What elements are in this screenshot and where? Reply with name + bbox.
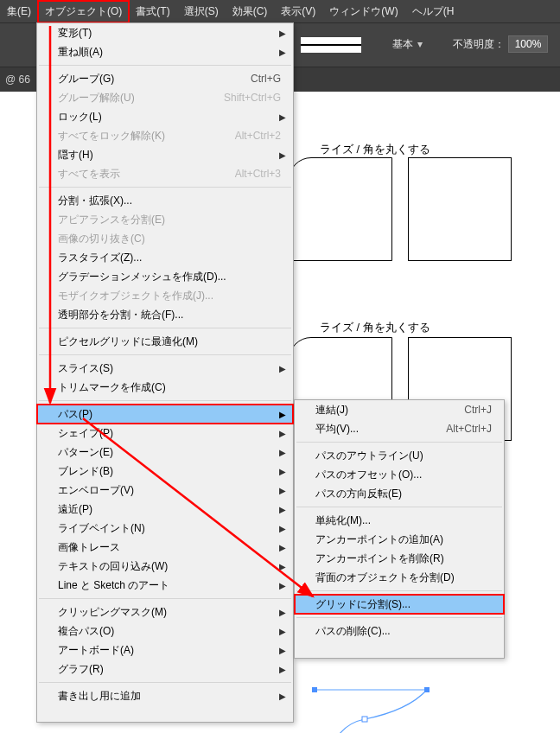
menu-view[interactable]: 表示(V) xyxy=(274,1,322,22)
svg-rect-0 xyxy=(312,687,317,692)
submenu-item-label: グリッドに分割(S)... xyxy=(315,597,410,612)
submenu-arrow-icon: ▶ xyxy=(279,410,286,419)
menu-item[interactable]: ラスタライズ(Z)... xyxy=(37,248,293,267)
submenu-item[interactable]: 背面のオブジェクトを分割(D) xyxy=(295,568,504,587)
menu-separator xyxy=(39,354,291,355)
menu-item[interactable]: グラフ(R)▶ xyxy=(37,660,293,679)
menu-item-label: ブレンド(B) xyxy=(58,464,113,479)
submenu-arrow-icon: ▶ xyxy=(279,692,286,701)
stroke-profile[interactable] xyxy=(301,37,361,53)
menu-format[interactable]: 書式(T) xyxy=(129,1,176,22)
tab-fragment[interactable]: @ 66 xyxy=(0,73,30,86)
menu-item-label: 遠近(P) xyxy=(58,502,92,517)
submenu-arrow-icon: ▶ xyxy=(279,48,286,57)
menu-item[interactable]: エンベロープ(V)▶ xyxy=(37,481,293,500)
submenu-item[interactable]: パスのアウトライン(U) xyxy=(295,446,504,465)
menu-item[interactable]: Line と Sketch のアート▶ xyxy=(37,576,293,595)
menu-item[interactable]: テキストの回り込み(W)▶ xyxy=(37,557,293,576)
submenu-arrow-icon: ▶ xyxy=(279,665,286,674)
menu-item: すべてを表示Alt+Ctrl+3 xyxy=(37,164,293,183)
menu-item[interactable]: ブレンド(B)▶ xyxy=(37,462,293,481)
rounded-rect-sample[interactable] xyxy=(289,157,392,261)
menu-item[interactable]: グループ(G)Ctrl+G xyxy=(37,69,293,88)
menu-select[interactable]: 選択(S) xyxy=(177,1,226,22)
menu-item[interactable]: 変形(T)▶ xyxy=(37,23,293,42)
menu-item-label: パス(P) xyxy=(58,407,92,422)
menu-item[interactable]: 隠す(H)▶ xyxy=(37,145,293,164)
menu-item[interactable]: パターン(E)▶ xyxy=(37,443,293,462)
submenu-arrow-icon: ▶ xyxy=(279,364,286,373)
section-title-2: ライズ / 角を丸くする xyxy=(320,320,430,335)
menu-item-label: ラスタライズ(Z)... xyxy=(58,251,142,265)
menu-edit[interactable]: 集(E) xyxy=(0,1,38,22)
menu-item[interactable]: スライス(S)▶ xyxy=(37,359,293,378)
menu-item-label: 画像トレース xyxy=(58,540,120,555)
menu-item-label: シェイプ(P) xyxy=(58,426,113,441)
chevron-down-icon[interactable]: ▾ xyxy=(415,35,425,53)
menu-effect[interactable]: 効果(C) xyxy=(226,1,275,22)
submenu-arrow-icon: ▶ xyxy=(279,486,286,495)
submenu-item-label: アンカーポイントの追加(A) xyxy=(315,532,443,547)
menu-shortcut: Ctrl+G xyxy=(251,73,281,85)
menu-item[interactable]: 透明部分を分割・統合(F)... xyxy=(37,305,293,324)
menu-item[interactable]: 遠近(P)▶ xyxy=(37,500,293,519)
menu-item[interactable]: 書き出し用に追加▶ xyxy=(37,686,293,705)
menu-item[interactable]: 画像トレース▶ xyxy=(37,538,293,557)
submenu-arrow-icon: ▶ xyxy=(279,608,286,617)
menu-item: すべてをロック解除(K)Alt+Ctrl+2 xyxy=(37,126,293,145)
submenu-arrow-icon: ▶ xyxy=(279,543,286,552)
submenu-item[interactable]: 平均(V)...Alt+Ctrl+J xyxy=(295,419,504,438)
menu-object[interactable]: オブジェクト(O) xyxy=(38,1,129,22)
menu-item-label: 書き出し用に追加 xyxy=(58,689,141,704)
submenu-item[interactable]: パスのオフセット(O)... xyxy=(295,465,504,484)
submenu-item[interactable]: グリッドに分割(S)... xyxy=(295,595,504,614)
menu-window[interactable]: ウィンドウ(W) xyxy=(322,1,404,22)
menu-item[interactable]: トリムマークを作成(C) xyxy=(37,378,293,397)
rect-sample[interactable] xyxy=(408,157,512,261)
submenu-item[interactable]: アンカーポイントの追加(A) xyxy=(295,530,504,549)
menu-item: モザイクオブジェクトを作成(J)... xyxy=(37,286,293,305)
menu-item-label: グラフ(R) xyxy=(58,662,104,677)
submenu-item[interactable]: 連結(J)Ctrl+J xyxy=(295,400,504,419)
menu-shortcut: Ctrl+J xyxy=(464,404,492,416)
menu-separator xyxy=(39,187,291,188)
submenu-item[interactable]: アンカーポイントを削除(R) xyxy=(295,549,504,568)
menu-shortcut: Alt+Ctrl+2 xyxy=(235,130,281,142)
menu-item[interactable]: アートボード(A)▶ xyxy=(37,641,293,660)
menu-item-label: 隠す(H) xyxy=(58,148,93,163)
menu-item-label: トリムマークを作成(C) xyxy=(58,380,166,395)
submenu-item-label: 背面のオブジェクトを分割(D) xyxy=(315,570,455,585)
menu-item[interactable]: パス(P)▶ xyxy=(37,405,293,424)
menu-help[interactable]: ヘルプ(H xyxy=(405,1,461,22)
menu-item[interactable]: クリッピングマスク(M)▶ xyxy=(37,602,293,621)
menu-shortcut: Alt+Ctrl+3 xyxy=(235,168,281,180)
menu-item-label: クリッピングマスク(M) xyxy=(58,605,167,620)
submenu-item[interactable]: パスの方向反転(E) xyxy=(295,484,504,503)
menu-item-label: パターン(E) xyxy=(58,445,113,460)
submenu-arrow-icon: ▶ xyxy=(279,524,286,533)
menu-item[interactable]: 分割・拡張(X)... xyxy=(37,191,293,210)
menu-item-label: 重ね順(A) xyxy=(58,45,103,60)
menu-item-label: Line と Sketch のアート xyxy=(58,578,169,593)
menu-item-label: エンベロープ(V) xyxy=(58,483,134,498)
menu-item[interactable]: 重ね順(A)▶ xyxy=(37,42,293,61)
submenu-item[interactable]: パスの削除(C)... xyxy=(295,621,504,641)
menu-item[interactable]: グラデーションメッシュを作成(D)... xyxy=(37,267,293,286)
menu-item-label: グラデーションメッシュを作成(D)... xyxy=(58,270,226,284)
menu-item[interactable]: ライブペイント(N)▶ xyxy=(37,519,293,538)
menu-item[interactable]: ピクセルグリッドに最適化(M) xyxy=(37,332,293,351)
submenu-item-label: パスの方向反転(E) xyxy=(315,487,402,501)
path-submenu: 連結(J)Ctrl+J平均(V)...Alt+Ctrl+Jパスのアウトライン(U… xyxy=(294,399,505,659)
menu-item[interactable]: 複合パス(O)▶ xyxy=(37,621,293,641)
menu-item[interactable]: シェイプ(P)▶ xyxy=(37,424,293,443)
submenu-arrow-icon: ▶ xyxy=(279,505,286,514)
submenu-arrow-icon: ▶ xyxy=(279,448,286,457)
submenu-arrow-icon: ▶ xyxy=(279,627,286,636)
menu-item-label: 変形(T) xyxy=(58,26,92,41)
opacity-value[interactable]: 100% xyxy=(508,35,548,53)
menu-item-label: グループ(G) xyxy=(58,72,114,86)
menu-item[interactable]: ロック(L)▶ xyxy=(37,107,293,126)
submenu-arrow-icon: ▶ xyxy=(279,429,286,438)
submenu-item[interactable]: 単純化(M)... xyxy=(295,511,504,530)
editing-path[interactable] xyxy=(304,685,408,733)
